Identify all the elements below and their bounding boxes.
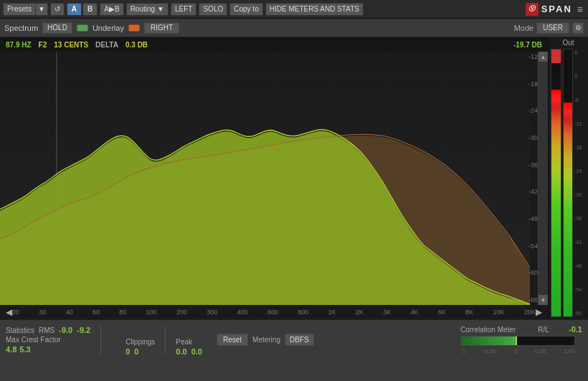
delta-label: DELTA: [95, 41, 118, 49]
left-meter-clip: [551, 50, 561, 63]
routing-button[interactable]: Routing ▼: [126, 3, 169, 16]
btn-b[interactable]: B: [82, 3, 98, 16]
scale-36: -36: [574, 216, 586, 221]
rms-label: RMS: [39, 326, 54, 334]
peak-section: Peak 0.0 0.0: [176, 324, 202, 356]
correlation-title: Correlation Meter: [460, 326, 516, 334]
meter-bars-container: 6 0 -6 -12 -18 -24 -30 -36 -42 -48 -54 -…: [550, 48, 587, 318]
right-channel-button[interactable]: RIGHT: [144, 22, 179, 34]
span-logo: Ⓥ SPAN ≡: [526, 3, 585, 16]
db-scale-label-48: -48: [522, 215, 538, 222]
meter-scale: 6 0 -6 -12 -18 -24 -30 -36 -42 -48 -54 -…: [574, 49, 586, 317]
corr-label-1: 1.00: [564, 348, 575, 354]
db-scroll[interactable]: ▲ ▼: [538, 52, 548, 305]
refresh-button[interactable]: ↺: [50, 3, 65, 16]
peak-label: Peak: [176, 338, 202, 346]
db-scale-label-18: -18: [522, 80, 538, 88]
orange-channel-indicator: [128, 24, 140, 32]
clippings-val2: 0: [134, 347, 138, 356]
db-scale-label-66: -66: [522, 296, 538, 304]
correlation-value: -0.1: [569, 325, 582, 334]
freq-100: 100: [146, 309, 157, 316]
db-scale-label-12: -12: [522, 53, 538, 60]
peak-val2: 0.0: [191, 347, 202, 356]
presets-dropdown[interactable]: ▼: [36, 3, 48, 16]
correlation-bar-labels: -1 -0.50 0 0.50 1.00: [460, 348, 575, 354]
copy-to-button[interactable]: Copy to: [229, 3, 262, 16]
freq-300: 300: [207, 309, 217, 316]
rms-val2: -9.2: [77, 326, 90, 334]
underlay-label: Underlay: [93, 24, 124, 32]
ab-group: A B: [67, 3, 98, 16]
freq-20k: 20K: [524, 309, 536, 316]
freq-600: 600: [267, 309, 278, 316]
corr-label-minus1: -1: [460, 348, 465, 354]
logo-icon: Ⓥ: [528, 4, 535, 14]
menu-icon[interactable]: ≡: [575, 4, 585, 15]
out-label: Out: [562, 39, 574, 47]
frequency-labels: 20 30 40 60 80 100 200 300 400 600 800 1…: [12, 309, 536, 316]
freq-scroll-left[interactable]: ◀: [6, 307, 12, 317]
correlation-section: Correlation Meter R/L -0.1 -1 -0.50 0 0.…: [460, 325, 582, 354]
scale-6: 6: [574, 50, 586, 55]
freq-2k: 2K: [356, 309, 364, 316]
presets-button[interactable]: Presets: [3, 3, 36, 16]
dbfs-button[interactable]: DBFS: [285, 334, 314, 346]
delta-value: 0.3 DB: [125, 41, 148, 49]
db-scroll-track[interactable]: [539, 62, 548, 295]
freq-400: 400: [237, 309, 248, 316]
freq-3k: 3K: [383, 309, 391, 316]
reset-metering-section: Reset Metering DBFS: [217, 334, 314, 346]
hold-button[interactable]: HOLD: [42, 22, 72, 34]
scale-30: -30: [574, 192, 586, 197]
clippings-label: Clippings: [125, 338, 155, 346]
correlation-bar-fill: [461, 337, 516, 345]
scale-6n: -6: [574, 98, 586, 103]
db-scale-label-36: -36: [522, 161, 538, 169]
db-scale-label-24: -24: [522, 107, 538, 114]
freq-40: 40: [66, 309, 73, 316]
scale-12: -12: [574, 121, 586, 126]
statistics-title: Statistics: [6, 326, 34, 334]
db-scroll-down[interactable]: ▼: [539, 295, 548, 305]
freq-6k: 6K: [438, 309, 446, 316]
left-channel-meter: [551, 49, 561, 317]
btn-a[interactable]: A: [67, 3, 82, 16]
left-button[interactable]: LEFT: [171, 3, 196, 16]
freq-20: 20: [12, 309, 19, 316]
main-display: 87.9 HZ F2 13 CENTS DELTA 0.3 DB -19.7 D…: [0, 37, 588, 319]
freq-8k: 8K: [465, 309, 473, 316]
scale-24: -24: [574, 169, 586, 174]
freq-80: 80: [119, 309, 126, 316]
scale-0: 0: [574, 74, 586, 79]
divider-2: [165, 326, 166, 354]
spectrum-display[interactable]: 87.9 HZ F2 13 CENTS DELTA 0.3 DB -19.7 D…: [0, 37, 548, 319]
rms-val1: -9.0: [59, 326, 72, 334]
freq-10k: 10K: [493, 309, 504, 316]
scale-18: -18: [574, 145, 586, 150]
db-scroll-up[interactable]: ▲: [539, 52, 548, 62]
frequency-bar: ◀ 20 30 40 60 80 100 200 300 400 600 800…: [0, 305, 548, 319]
out-meter-panel: Out 6 0 -6 -12 -18 -24 -30: [548, 37, 588, 319]
correlation-bar: [460, 336, 575, 346]
spectrum-canvas[interactable]: [0, 52, 530, 305]
clippings-section: Clippings 0 0: [125, 324, 155, 356]
spectrum-info-bar: 87.9 HZ F2 13 CENTS DELTA 0.3 DB -19.7 D…: [0, 37, 548, 52]
reset-button[interactable]: Reset: [217, 334, 248, 346]
toolbar: Presets ▼ ↺ A B A▶B Routing ▼ LEFT SOLO …: [0, 0, 588, 19]
freq-800: 800: [298, 309, 308, 316]
freq-scroll-right[interactable]: ▶: [536, 307, 542, 317]
right-channel-meter: [563, 49, 574, 317]
hide-meters-button[interactable]: HIDE METERS AND STATS: [265, 3, 364, 16]
max-crest-label: Max Crest Factor: [6, 336, 61, 344]
freq-200: 200: [176, 309, 187, 316]
mode-section: Mode USER ⚙: [514, 22, 584, 34]
span-logo-icon: Ⓥ: [526, 3, 539, 16]
frequency-value: 87.9 HZ: [6, 41, 32, 49]
user-mode-button[interactable]: USER: [536, 22, 569, 34]
btn-ab[interactable]: A▶B: [100, 3, 123, 16]
routing-label: Routing: [131, 5, 155, 13]
gear-icon[interactable]: ⚙: [572, 22, 584, 34]
solo-button[interactable]: SOLO: [199, 3, 227, 16]
spectrum-controls-row: Spectrum HOLD Underlay RIGHT Mode USER ⚙: [0, 19, 588, 37]
